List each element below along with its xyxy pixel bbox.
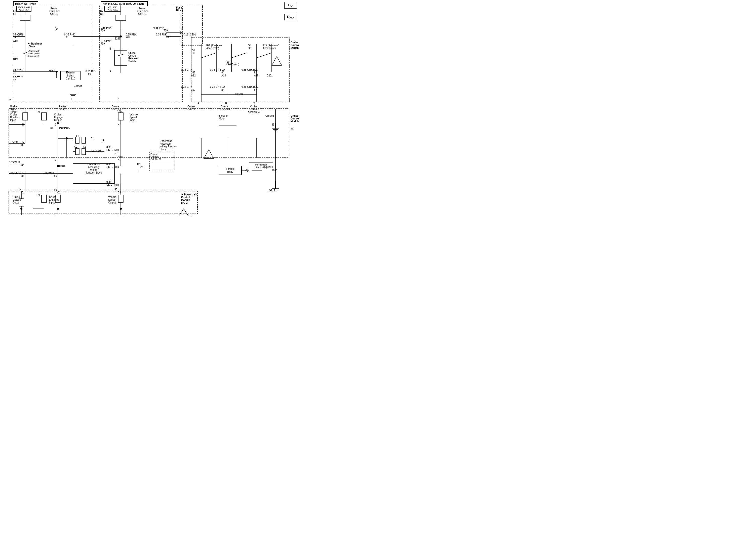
exterior-lights-box: ExteriorLightsCell 110 bbox=[61, 71, 80, 80]
label-035gry-top: 0.35 GRY bbox=[181, 68, 192, 71]
svg-rect-98 bbox=[118, 113, 123, 120]
label-j-top: J bbox=[55, 123, 56, 126]
label-g: G bbox=[9, 97, 11, 100]
label-power-dist-1: PowerDistributionCell 10 bbox=[45, 7, 63, 15]
label-739-mid: 739 bbox=[101, 29, 105, 32]
label-035dkblu-bot: 0.35 DK BLU bbox=[210, 85, 225, 88]
label-pcm: ★ PowertrainControlModule(PCM) bbox=[181, 193, 197, 204]
label-vehicle-speed-input: VehicleSpeedInput bbox=[130, 113, 138, 121]
svg-rect-45 bbox=[181, 5, 203, 45]
label-389-2: 389 bbox=[115, 166, 119, 169]
label-cruise-control-switch: CruiseControlSwitch bbox=[291, 41, 300, 49]
label-c1-72: C1 bbox=[21, 191, 25, 194]
label-f3: F3 bbox=[76, 135, 79, 137]
svg-rect-4 bbox=[9, 191, 198, 214]
label-off-on-left: OffOn bbox=[192, 49, 195, 55]
label-stoplamp-switch: ✦ Stoplamp Switch bbox=[28, 42, 42, 48]
cruise-fuse-box: CRUISEFuse 10 A bbox=[104, 6, 121, 12]
label-51v: 5.1V bbox=[117, 110, 122, 113]
svg-rect-6 bbox=[20, 15, 30, 21]
label-389-3: 389 bbox=[115, 184, 119, 186]
label-17-top: 17 bbox=[13, 71, 16, 74]
label-a13: A13 bbox=[184, 33, 188, 36]
label-p101-top: ≡ P101 bbox=[74, 85, 82, 88]
label-b-bot: B bbox=[225, 102, 227, 105]
label-c1-e5: C1 bbox=[140, 166, 144, 169]
svg-rect-93 bbox=[118, 195, 123, 202]
label-b-mid: B bbox=[109, 47, 111, 50]
label-a-release: A bbox=[109, 70, 111, 73]
label-p100: P100 bbox=[64, 126, 70, 129]
svg-rect-120 bbox=[82, 148, 85, 155]
label-739-right: 739 bbox=[166, 36, 170, 39]
label-ign-bot: Ign bbox=[38, 193, 41, 196]
label-ground-e: Ground bbox=[265, 114, 274, 117]
svg-point-151 bbox=[57, 208, 59, 210]
label-cruise-disable-input: CruiseDisableInput bbox=[10, 113, 18, 121]
label-389-1: 389 bbox=[115, 149, 119, 152]
warning-triangle-pcm: ⚠ bbox=[190, 215, 193, 216]
label-035pnk-mid: 0.35 PNK bbox=[101, 26, 111, 29]
label-035pnk-fb: 0.35 PNK bbox=[153, 26, 164, 29]
label-17-bot: 17 bbox=[13, 79, 16, 81]
label-c101: C101 bbox=[118, 156, 124, 159]
label-c2-59: C2 bbox=[57, 191, 61, 194]
label-035dkgrn-top: 0.35 DK GRN bbox=[9, 141, 24, 144]
label-e5: E5 bbox=[13, 10, 16, 12]
svg-text:!: ! bbox=[185, 213, 186, 215]
label-j-bot: J bbox=[55, 159, 56, 161]
label-a15: A15 bbox=[254, 74, 259, 77]
svg-rect-104 bbox=[23, 113, 28, 120]
label-b: B bbox=[13, 58, 15, 61]
label-power-dist-2: PowerDistributionCell 10 bbox=[133, 7, 151, 15]
label-stoplamp-note: (Closed withbrake pedaldepressed) bbox=[28, 50, 40, 57]
svg-line-161 bbox=[231, 53, 246, 58]
label-85-j: 85 bbox=[50, 126, 53, 129]
label-83-bot: 83 bbox=[21, 175, 24, 177]
label-c181: C181 bbox=[59, 165, 65, 168]
label-035dkblu-top: 0.35 DK BLU bbox=[210, 68, 225, 71]
label-e: E bbox=[272, 123, 274, 126]
label-cruise-resume: CruiseResume/Accelerate bbox=[248, 105, 260, 113]
label-72: 72 bbox=[18, 189, 21, 192]
label-brake-signal: BrakeSignalInput bbox=[10, 105, 17, 113]
svg-rect-1 bbox=[99, 5, 182, 102]
label-a12: A12 bbox=[191, 74, 196, 77]
svg-marker-169 bbox=[179, 209, 189, 216]
throttle-body-box: ThrottleBody bbox=[219, 166, 241, 175]
label-vehicle-speed-out: VehicleSpeedOutput bbox=[108, 196, 116, 204]
label-59: 59 bbox=[54, 189, 57, 192]
label-035gryblk-top: 0.35 GRY/BLK bbox=[241, 68, 258, 71]
svg-marker-167 bbox=[204, 150, 214, 159]
label-ra-right: R/A (Resume/Accelerate) bbox=[263, 44, 278, 50]
label-underhood-top: UnderhoodAccessoryWiring JunctionBlock bbox=[160, 140, 177, 151]
label-ign-top: Ign bbox=[38, 110, 41, 113]
svg-rect-27 bbox=[116, 15, 126, 21]
label-85-bot: 85 bbox=[54, 175, 57, 177]
label-739-s266: 739 bbox=[126, 36, 130, 39]
label-d8: D8 bbox=[100, 13, 103, 15]
svg-rect-101 bbox=[42, 113, 47, 120]
label-86: 86 bbox=[88, 72, 91, 75]
label-fuse-block: FuseBlock bbox=[176, 6, 183, 12]
label-a14: A14 bbox=[222, 74, 226, 77]
label-not-used: (Not used) bbox=[90, 150, 102, 152]
label-e6: E6 bbox=[13, 13, 16, 15]
label-c2-f3: C2 bbox=[74, 145, 77, 148]
label-cruise-disable-out: CruiseDisableOutput bbox=[13, 196, 21, 204]
svg-line-163 bbox=[257, 53, 272, 58]
label-g119: ⊥G119 bbox=[267, 189, 275, 192]
svg-rect-147 bbox=[42, 195, 47, 202]
svg-rect-115 bbox=[82, 137, 85, 143]
label-1650: 1650 bbox=[272, 169, 277, 172]
label-035wht-j: 0.35 WHT bbox=[9, 161, 20, 164]
svg-point-152 bbox=[120, 208, 122, 210]
label-d1: D1 bbox=[90, 137, 94, 140]
label-739-1: 739 bbox=[64, 36, 69, 39]
label-d-c101: D bbox=[114, 153, 116, 156]
label-739-fb: 739 bbox=[164, 29, 168, 32]
warning-triangle-ccm: ⚠ bbox=[291, 127, 293, 131]
label-cruise-release-switch: CruiseControlReleaseSwitch bbox=[128, 52, 138, 63]
label-83-top: 83 bbox=[21, 144, 24, 147]
label-d7: D7 bbox=[100, 10, 103, 12]
